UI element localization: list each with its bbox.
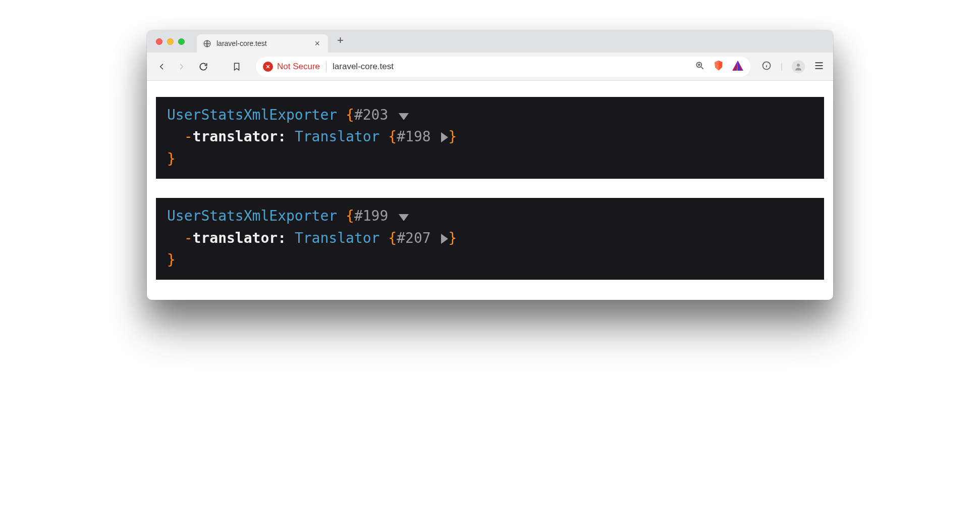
- zoom-icon[interactable]: [695, 61, 705, 73]
- security-status-badge[interactable]: Not Secure: [263, 62, 326, 72]
- address-bar[interactable]: Not Secure laravel-core.test: [256, 57, 750, 77]
- reload-button[interactable]: [197, 61, 209, 73]
- globe-icon: [203, 39, 211, 48]
- svg-point-3: [797, 64, 800, 67]
- browser-tab[interactable]: laravel-core.test ×: [197, 34, 328, 53]
- dump-object-id: #203: [354, 107, 388, 123]
- window-controls: [156, 38, 185, 45]
- window-close-button[interactable]: [156, 38, 162, 45]
- back-button[interactable]: [156, 61, 168, 73]
- dump-property-type[interactable]: Translator: [295, 128, 380, 145]
- dump-property-type[interactable]: Translator: [295, 230, 380, 246]
- browser-window: laravel-core.test × + Not Secure laravel…: [147, 30, 833, 300]
- menu-button[interactable]: [814, 61, 824, 72]
- bookmark-button[interactable]: [231, 61, 243, 73]
- forward-button[interactable]: [175, 61, 187, 73]
- tab-close-button[interactable]: ×: [312, 38, 322, 49]
- dump-property-name: translator: [193, 230, 278, 246]
- caret-right-icon[interactable]: [441, 132, 448, 142]
- brave-rewards-icon[interactable]: [732, 61, 743, 73]
- caret-down-icon[interactable]: [399, 214, 409, 221]
- dump-class-name[interactable]: UserStatsXmlExporter: [167, 208, 337, 224]
- info-icon[interactable]: [761, 61, 772, 73]
- not-secure-icon: [263, 62, 273, 72]
- caret-down-icon[interactable]: [399, 113, 409, 120]
- var-dump-block: UserStatsXmlExporter {#199 -translator: …: [156, 198, 824, 280]
- dump-object-id: #199: [354, 208, 388, 224]
- tab-strip: laravel-core.test × +: [147, 30, 833, 53]
- new-tab-button[interactable]: +: [333, 33, 348, 48]
- window-minimize-button[interactable]: [167, 38, 174, 45]
- profile-button[interactable]: [792, 60, 805, 73]
- brave-shields-icon[interactable]: [713, 60, 724, 74]
- window-maximize-button[interactable]: [178, 38, 185, 45]
- url-text: laravel-core.test: [333, 62, 394, 72]
- caret-right-icon[interactable]: [441, 234, 448, 244]
- dump-property-object-id: #198: [397, 128, 430, 145]
- dump-property-name: translator: [193, 128, 278, 145]
- dump-property-object-id: #207: [397, 230, 430, 246]
- dump-class-name[interactable]: UserStatsXmlExporter: [167, 107, 337, 123]
- page-content: UserStatsXmlExporter {#203 -translator: …: [147, 81, 833, 300]
- tab-title: laravel-core.test: [216, 39, 267, 47]
- var-dump-block: UserStatsXmlExporter {#203 -translator: …: [156, 97, 824, 179]
- browser-toolbar: Not Secure laravel-core.test |: [147, 53, 833, 81]
- toolbar-divider: |: [781, 62, 783, 71]
- security-status-text: Not Secure: [277, 62, 320, 72]
